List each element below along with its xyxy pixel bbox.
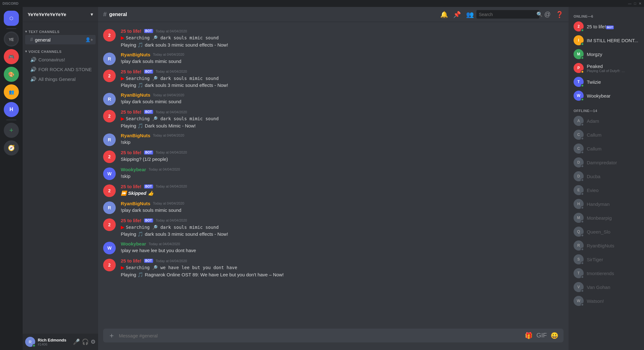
member-item[interactable]: MMorgzy <box>571 47 641 61</box>
channel-item-general[interactable]: # general 👤+ <box>25 35 96 44</box>
status-dot <box>581 84 584 87</box>
message-line: !play dark souls mimic sound <box>121 58 564 65</box>
online-section-title: ONLINE—6 <box>571 12 641 20</box>
members-icon[interactable]: 👥 <box>466 11 474 18</box>
avatar: R <box>103 133 116 146</box>
hash-icon: # <box>30 37 33 42</box>
server-name-bar[interactable]: YeYeYeYeYeYeYe ▾ <box>23 7 98 22</box>
message-author[interactable]: Wookybear <box>121 241 146 246</box>
message-line: !skip <box>121 173 564 179</box>
server-icon-red[interactable]: 🎮 <box>4 49 19 64</box>
close-button[interactable]: ✕ <box>639 2 641 6</box>
channel-item-all-things[interactable]: 🔊 All things General <box>25 74 96 84</box>
header-search-box[interactable]: 🔍 <box>476 10 539 19</box>
message-author[interactable]: RyanBigNuts <box>121 133 150 138</box>
member-avatar-offline: Q <box>574 227 584 237</box>
server-icon-home[interactable]: ⬡ <box>4 11 19 26</box>
settings-button[interactable]: ⚙ <box>91 338 96 345</box>
member-item-offline[interactable]: WWatson! <box>571 294 641 308</box>
gif-icon[interactable]: GIF <box>536 332 547 339</box>
channel-item-for-rock[interactable]: 🔊 FOR ROCK AND STONE <box>25 65 96 74</box>
member-avatar-offline: A <box>574 116 584 126</box>
message-line: !play we have lee but you dont have <box>121 247 564 254</box>
message-timestamp: Today at 04/04/2020 <box>153 53 184 56</box>
member-name: IM STILL HERE DONT... <box>587 38 639 43</box>
member-item-offline[interactable]: CCallum <box>571 142 641 155</box>
member-name-offline: RyanBigNuts <box>587 243 639 248</box>
message-author[interactable]: Wookybear <box>121 167 146 172</box>
message-timestamp: Today at 04/04/2020 <box>156 110 187 114</box>
voice-channels-category[interactable]: ▾ VOICE CHANNELS <box>23 44 98 55</box>
voice-icon-3: 🔊 <box>30 76 36 82</box>
bot-badge: BOT <box>144 184 153 189</box>
server-icon-group1[interactable]: 👥 <box>4 84 19 99</box>
member-item-offline[interactable]: DDamnpredator <box>571 155 641 169</box>
member-item-offline[interactable]: HHandyman <box>571 197 641 211</box>
member-name: Twiizie <box>587 79 639 85</box>
message-author[interactable]: 25 to life! <box>121 184 142 189</box>
minimize-button[interactable]: — <box>628 2 631 5</box>
deafen-button[interactable]: 🎧 <box>82 338 89 345</box>
member-item[interactable]: 225 to life!BOT <box>571 20 641 33</box>
member-item-offline[interactable]: RRyanBigNuts <box>571 239 641 252</box>
message-author[interactable]: RyanBigNuts <box>121 52 150 57</box>
message-timestamp: Today at 04/04/2020 <box>156 184 187 188</box>
member-item[interactable]: TTwiizie <box>571 75 641 89</box>
member-item-offline[interactable]: AAdam <box>571 114 641 128</box>
emoji-icon[interactable]: 😀 <box>551 332 558 339</box>
member-item[interactable]: WWookybear <box>571 89 641 103</box>
member-item-offline[interactable]: VVan Gohan <box>571 280 641 294</box>
input-add-button[interactable]: ＋ <box>108 331 115 340</box>
avatar: 2 <box>103 70 116 82</box>
server-icon-ye[interactable]: YE <box>4 31 19 47</box>
maximize-button[interactable]: □ <box>634 2 636 5</box>
message-author[interactable]: 25 to life! <box>121 258 142 263</box>
server-icon-sidebar: ⬡ YE 🎮 🎨 👥 H + 🧭 <box>0 7 23 350</box>
pin-icon[interactable]: 📌 <box>453 11 461 18</box>
message-author[interactable]: 25 to life! <box>121 150 142 155</box>
member-name-offline: Callum <box>587 132 639 138</box>
message-author[interactable]: 25 to life! <box>121 109 142 115</box>
add-user-icon[interactable]: 👤+ <box>85 37 93 42</box>
member-item-offline[interactable]: Ttmontierends <box>571 266 641 280</box>
member-item[interactable]: PPeakedPlaying Call of Duty®: Mod... <box>571 61 641 75</box>
at-icon[interactable]: @ <box>544 11 551 18</box>
member-avatar-offline: R <box>574 240 584 251</box>
server-icon-art[interactable]: 🎨 <box>4 67 19 82</box>
message-group: RRyanBigNutsToday at 04/04/2020!play dar… <box>98 91 569 107</box>
message-header: 25 to life!BOTToday at 04/04/2020 <box>121 150 564 155</box>
member-item-offline[interactable]: QQueen_Slo <box>571 225 641 239</box>
member-item[interactable]: IIM STILL HERE DONT... <box>571 33 641 47</box>
header-search-input[interactable] <box>479 12 534 17</box>
member-avatar: P <box>574 63 584 73</box>
explore-servers-button[interactable]: 🧭 <box>4 140 19 155</box>
message-input[interactable] <box>119 333 521 338</box>
add-server-button[interactable]: + <box>4 123 19 138</box>
channel-item-coronavirus[interactable]: 🔊 Coronavirus! <box>25 55 96 65</box>
message-author[interactable]: RyanBigNuts <box>121 201 150 206</box>
message-author[interactable]: 25 to life! <box>121 218 142 223</box>
member-item-offline[interactable]: MMonbearpig <box>571 211 641 225</box>
message-author[interactable]: 25 to life! <box>121 69 142 74</box>
status-dot-offline <box>581 137 584 140</box>
channel-name-for-rock: FOR ROCK AND STONE <box>38 67 93 72</box>
user-discriminator: #1406 <box>38 342 70 346</box>
message-author[interactable]: 25 to life! <box>121 28 142 34</box>
help-icon[interactable]: ❓ <box>556 11 564 18</box>
member-avatar-offline: W <box>574 296 584 306</box>
server-icon-group2[interactable]: H <box>4 102 19 117</box>
member-item-offline[interactable]: EEvieo <box>571 183 641 197</box>
member-name: 25 to life!BOT <box>587 24 639 29</box>
message-line: Playing 🎵 dark souls 3 mimic sound effec… <box>121 42 564 48</box>
member-name-offline: Van Gohan <box>587 285 639 290</box>
bell-icon[interactable]: 🔔 <box>440 11 448 18</box>
member-item-offline[interactable]: SSirTiger <box>571 252 641 266</box>
avatar: R <box>103 201 116 214</box>
member-item-offline[interactable]: DDucba <box>571 169 641 183</box>
mute-button[interactable]: 🎤 <box>73 338 80 345</box>
text-channels-category[interactable]: ▾ TEXT CHANNELS <box>23 25 98 35</box>
gift-icon[interactable]: 🎁 <box>525 332 533 339</box>
message-author[interactable]: RyanBigNuts <box>121 92 150 98</box>
chat-input-area: ＋ 🎁 GIF 😀 <box>98 329 569 350</box>
member-item-offline[interactable]: CCallum <box>571 128 641 142</box>
